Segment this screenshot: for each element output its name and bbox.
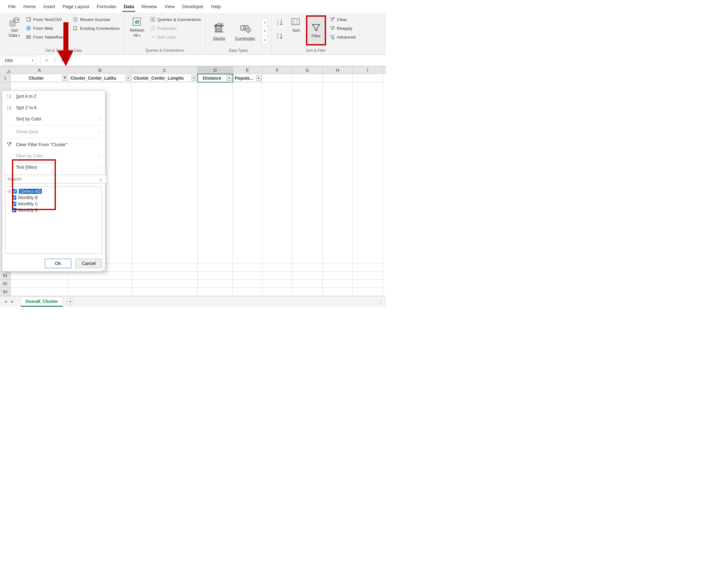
sheet-tab-overall-cluster[interactable]: Overall_Cluster <box>21 297 63 307</box>
cell[interactable] <box>293 280 323 288</box>
menu-developer[interactable]: Developer <box>178 2 207 11</box>
existing-connections-button[interactable]: Existing Connections <box>71 24 121 32</box>
cell[interactable] <box>68 280 132 288</box>
filter-button[interactable]: Filter <box>307 17 325 44</box>
cell[interactable] <box>68 288 132 296</box>
cell[interactable] <box>198 288 233 296</box>
filter-item[interactable]: Monthly B <box>7 194 100 201</box>
header-cell-pop[interactable]: Populatio▾ <box>233 74 262 82</box>
cell[interactable] <box>11 280 68 288</box>
cell[interactable] <box>132 272 198 280</box>
col-header-h[interactable]: H <box>323 66 353 74</box>
col-header-b[interactable]: B <box>68 66 132 74</box>
filter-dropdown-cluster[interactable] <box>62 75 67 81</box>
text-filters-item[interactable]: Text Filters 〉 <box>2 162 105 173</box>
col-header-d[interactable]: D <box>198 66 233 74</box>
menu-data[interactable]: Data <box>120 2 138 11</box>
cell[interactable] <box>293 74 323 82</box>
filter-item-select-all[interactable]: ⊟(Select All) <box>7 188 100 194</box>
cell[interactable] <box>233 288 262 296</box>
cell[interactable] <box>132 264 198 272</box>
col-header-e[interactable]: E <box>233 66 262 74</box>
menu-page-layout[interactable]: Page Layout <box>59 2 93 11</box>
menu-home[interactable]: Home <box>19 2 40 11</box>
from-web-button[interactable]: From Web <box>24 24 69 32</box>
cell[interactable] <box>132 255 198 264</box>
cell[interactable] <box>293 264 323 272</box>
cell[interactable] <box>233 264 262 272</box>
cell[interactable] <box>262 272 293 280</box>
col-header-i[interactable]: I <box>353 66 383 74</box>
data-type-currencies[interactable]: $ Currencies <box>231 20 259 42</box>
reapply-button[interactable]: Reapply <box>328 24 357 32</box>
sheet-nav-prev[interactable]: ◀ <box>2 299 8 304</box>
from-text-csv-button[interactable]: From Text/CSV <box>24 15 69 23</box>
menu-view[interactable]: View <box>161 2 178 11</box>
cell[interactable] <box>293 255 323 264</box>
cell[interactable] <box>233 280 262 288</box>
filter-dropdown-lon[interactable]: ▾ <box>192 75 197 81</box>
menu-help[interactable]: Help <box>207 2 225 11</box>
sheet-options-button[interactable]: ⋮ <box>379 299 383 304</box>
filter-item[interactable]: Monthly D <box>7 207 100 213</box>
cell[interactable] <box>323 280 353 288</box>
cell[interactable] <box>132 280 198 288</box>
col-header-c[interactable]: C <box>132 66 198 74</box>
col-header-f[interactable]: F <box>262 66 293 74</box>
cell[interactable] <box>262 255 293 264</box>
cell[interactable] <box>353 264 383 272</box>
cell[interactable] <box>11 272 68 280</box>
cell[interactable] <box>262 280 293 288</box>
gallery-up-button[interactable]: ▴ <box>262 18 268 27</box>
filter-checkbox[interactable] <box>13 189 17 193</box>
select-all-button[interactable] <box>0 66 11 74</box>
header-cell-lon[interactable]: Cluster_Center_Longitu▾ <box>132 74 198 82</box>
filter-checkbox[interactable] <box>12 195 16 200</box>
cell[interactable] <box>233 255 262 264</box>
filter-checkbox[interactable] <box>12 202 16 206</box>
cell[interactable] <box>323 74 353 82</box>
sort-desc-item[interactable]: ZA Sort Z to A <box>2 102 105 113</box>
sort-button[interactable]: ZAAZ Sort <box>288 15 304 34</box>
menu-insert[interactable]: Insert <box>40 2 59 11</box>
cell[interactable] <box>353 288 383 296</box>
from-table-range-button[interactable]: From Table/Range <box>24 33 69 41</box>
filter-checkbox[interactable] <box>12 208 16 212</box>
cell[interactable] <box>293 288 323 296</box>
cancel-button[interactable]: Cancel <box>76 259 102 268</box>
col-header-g[interactable]: G <box>293 66 323 74</box>
formula-input[interactable] <box>67 56 386 65</box>
cell[interactable] <box>198 272 233 280</box>
cell[interactable] <box>198 264 233 272</box>
menu-review[interactable]: Review <box>138 2 161 11</box>
menu-file[interactable]: File <box>4 2 19 11</box>
row-header-1[interactable]: 1 <box>0 74 11 82</box>
sort-by-color-item[interactable]: Sort by Color 〉 <box>2 113 105 125</box>
cell[interactable] <box>198 280 233 288</box>
refresh-all-button[interactable]: RefreshAll ▾ <box>127 15 147 39</box>
filter-dropdown-distance[interactable]: ▾ <box>226 75 232 81</box>
cell[interactable] <box>233 272 262 280</box>
header-cell-cluster[interactable]: Cluster <box>11 74 68 82</box>
filter-value-list[interactable]: ⊟(Select All) Monthly B Monthly C Monthl… <box>5 187 102 254</box>
cell[interactable] <box>11 288 68 296</box>
cell[interactable] <box>262 288 293 296</box>
row-header[interactable]: 93 <box>0 288 11 296</box>
get-data-button[interactable]: GetData ▾ <box>6 15 23 39</box>
header-cell-lat[interactable]: Cluster_Center_Latitu▾ <box>68 74 132 82</box>
cell[interactable] <box>353 255 383 264</box>
advanced-button[interactable]: Advanced <box>328 33 357 41</box>
cancel-formula-button[interactable]: ✕ <box>42 57 51 65</box>
data-type-stocks[interactable]: Stocks <box>209 20 229 42</box>
row-header[interactable]: 92 <box>0 280 11 288</box>
cell[interactable] <box>68 272 132 280</box>
cell[interactable] <box>323 272 353 280</box>
recent-sources-button[interactable]: Recent Sources <box>71 15 121 23</box>
accept-formula-button[interactable]: ✓ <box>51 57 59 65</box>
resize-handle-icon[interactable] <box>101 268 104 271</box>
cell[interactable] <box>323 264 353 272</box>
cell[interactable] <box>262 74 293 82</box>
sort-asc-button[interactable]: AZ <box>275 17 286 28</box>
row-header[interactable]: 91 <box>0 272 11 280</box>
cell[interactable] <box>132 288 198 296</box>
